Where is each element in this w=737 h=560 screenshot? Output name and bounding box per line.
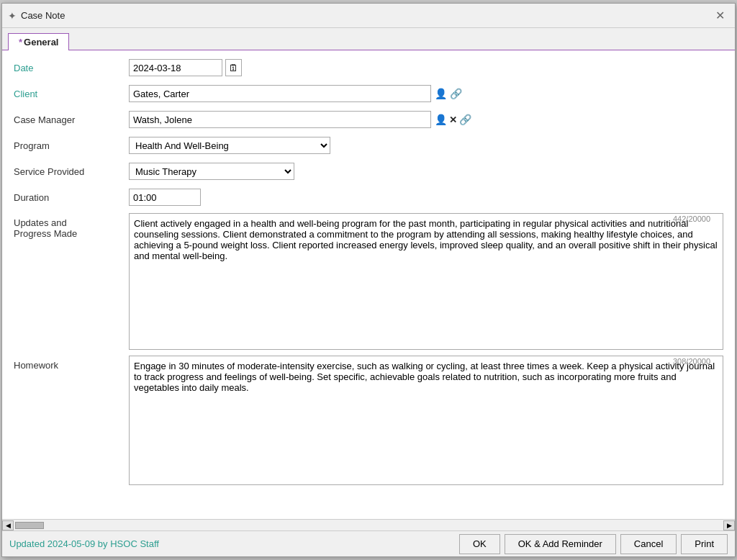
client-person-icon[interactable]: 👤 — [434, 88, 448, 99]
print-button[interactable]: Print — [681, 534, 728, 554]
content-area: Date 🗓 Client 👤 🔗 Case Manager — [2, 50, 735, 530]
duration-row: Duration — [14, 187, 723, 207]
program-label: Program — [14, 140, 129, 151]
date-input[interactable] — [129, 59, 222, 76]
ok-add-reminder-button[interactable]: OK & Add Reminder — [505, 534, 616, 554]
client-link-icon[interactable]: 🔗 — [449, 88, 463, 99]
client-icons: 👤 🔗 — [434, 88, 463, 99]
program-select[interactable]: Health And Well-Being Mental Health Subs… — [129, 137, 330, 154]
updates-label: Updates and Progress Made — [14, 213, 129, 239]
status-bar: Updated 2024-05-09 by HSOC Staff OK OK &… — [2, 530, 735, 556]
updates-textarea[interactable] — [129, 213, 723, 350]
client-row: Client 👤 🔗 — [14, 83, 723, 104]
calendar-button[interactable]: 🗓 — [225, 59, 242, 76]
homework-textarea-wrapper: 308/20000 — [129, 356, 723, 485]
case-note-window: ✦ Case Note ✕ General Date 🗓 Client — [1, 3, 736, 557]
updates-textarea-wrapper: 442/20000 — [129, 213, 723, 350]
scroll-track — [14, 522, 723, 529]
window-icon: ✦ — [8, 10, 17, 22]
form-content: Date 🗓 Client 👤 🔗 Case Manager — [2, 50, 735, 519]
tab-general[interactable]: General — [8, 33, 69, 50]
scroll-right-button[interactable]: ▶ — [723, 520, 735, 530]
ok-button[interactable]: OK — [459, 534, 500, 554]
close-button[interactable]: ✕ — [711, 7, 729, 24]
case-manager-label: Case Manager — [14, 114, 129, 125]
main-scroll-wrapper[interactable]: Date 🗓 Client 👤 🔗 Case Manager — [2, 50, 735, 519]
title-bar: ✦ Case Note ✕ — [2, 4, 735, 28]
case-manager-link-icon[interactable]: 🔗 — [458, 114, 472, 125]
homework-textarea[interactable] — [129, 356, 723, 485]
case-manager-clear-icon[interactable]: ✕ — [449, 114, 457, 125]
status-text: Updated 2024-05-09 by HSOC Staff — [9, 538, 459, 549]
homework-label: Homework — [14, 356, 129, 371]
case-manager-row: Case Manager 👤 ✕ 🔗 — [14, 109, 723, 130]
scroll-thumb[interactable] — [15, 522, 44, 529]
date-row: Date 🗓 — [14, 58, 723, 78]
scroll-left-button[interactable]: ◀ — [2, 520, 14, 530]
client-input[interactable] — [129, 85, 431, 102]
service-select[interactable]: Music Therapy Art Therapy Group Therapy — [129, 163, 294, 180]
case-manager-input[interactable] — [129, 111, 431, 128]
updates-row: Updates and Progress Made 442/20000 — [14, 213, 723, 350]
cancel-button[interactable]: Cancel — [620, 534, 677, 554]
window-title: Case Note — [21, 10, 711, 21]
service-label: Service Provided — [14, 166, 129, 177]
duration-label: Duration — [14, 192, 129, 203]
date-label: Date — [14, 63, 129, 73]
tab-bar: General — [2, 28, 735, 50]
case-manager-icons: 👤 ✕ 🔗 — [434, 114, 472, 125]
homework-row: Homework 308/20000 — [14, 356, 723, 485]
service-row: Service Provided Music Therapy Art Thera… — [14, 161, 723, 181]
duration-input[interactable] — [129, 189, 201, 206]
horizontal-scrollbar[interactable]: ◀ ▶ — [2, 519, 735, 530]
program-row: Program Health And Well-Being Mental Hea… — [14, 135, 723, 155]
status-buttons: OK OK & Add Reminder Cancel Print — [459, 534, 728, 554]
client-label: Client — [14, 89, 129, 99]
case-manager-person-icon[interactable]: 👤 — [434, 114, 448, 125]
